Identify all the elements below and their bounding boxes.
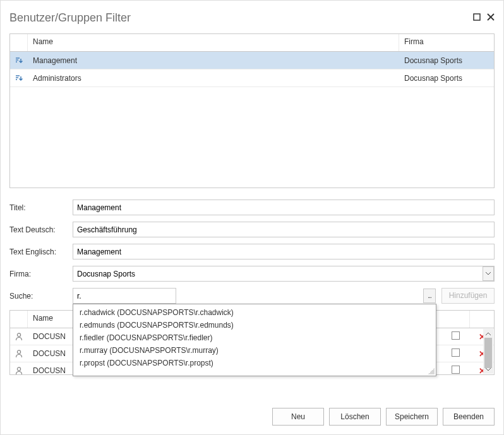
label-text-englisch: Text Englisch:: [9, 247, 73, 256]
input-firma[interactable]: [73, 266, 495, 282]
person-icon: [10, 332, 28, 341]
member-resolve-checkbox[interactable]: [441, 349, 470, 359]
checkbox-icon: [452, 366, 460, 374]
svg-point-9: [17, 333, 20, 337]
dialog-title: Benutzer/Gruppen Filter: [9, 11, 131, 25]
label-titel: Titel:: [9, 203, 73, 212]
add-button[interactable]: Hinzufügen: [441, 288, 495, 304]
scrollbar-thumb[interactable]: [484, 338, 492, 368]
members-scrollbar[interactable]: [483, 329, 493, 374]
column-header-icon[interactable]: [10, 311, 28, 328]
form-area: Titel: Text Deutsch: Text Englisch: Firm…: [9, 200, 495, 375]
speichern-button[interactable]: Speichern: [386, 408, 438, 426]
cell-name: Administrators: [28, 74, 399, 83]
suggestion-item[interactable]: r.propst (DOCUSNAPSPORTS\r.propst): [73, 357, 436, 369]
svg-point-10: [17, 350, 20, 354]
chevron-down-icon: [486, 272, 491, 275]
scroll-up-icon[interactable]: [483, 329, 493, 338]
label-firma: Firma:: [9, 270, 73, 278]
column-header-name[interactable]: Name: [28, 34, 399, 51]
sort-icon: [10, 74, 28, 83]
loeschen-button[interactable]: Löschen: [329, 408, 381, 426]
sort-icon: [10, 56, 28, 65]
filter-grid-header: Name Firma: [10, 34, 494, 52]
svg-rect-0: [474, 14, 480, 20]
footer-buttons: Neu Löschen Speichern Beenden: [272, 408, 495, 426]
suggestion-item[interactable]: r.murray (DOCUSNAPSPORTS\r.murray): [73, 344, 436, 357]
person-icon: [10, 366, 28, 375]
search-browse-button[interactable]: ...: [423, 289, 436, 303]
person-icon: [10, 349, 28, 358]
input-titel[interactable]: [73, 200, 495, 215]
svg-point-11: [17, 367, 20, 371]
close-icon[interactable]: [487, 13, 495, 23]
checkbox-icon: [452, 331, 460, 340]
input-suche[interactable]: [73, 288, 176, 304]
checkbox-icon: [452, 349, 460, 357]
column-header-icon[interactable]: [10, 34, 28, 51]
search-suggestion-dropdown: r.chadwick (DOCUSNAPSPORTS\r.chadwick) r…: [73, 304, 436, 376]
filter-grid-row[interactable]: Administrators Docusnap Sports: [10, 69, 494, 87]
label-text-deutsch: Text Deutsch:: [9, 225, 73, 234]
titlebar: Benutzer/Gruppen Filter: [9, 8, 495, 27]
cell-firma: Docusnap Sports: [399, 56, 494, 65]
scroll-down-icon[interactable]: [483, 365, 493, 374]
cell-firma: Docusnap Sports: [399, 74, 494, 83]
firma-dropdown-button[interactable]: [483, 266, 494, 281]
input-text-deutsch[interactable]: [73, 222, 495, 237]
column-header-firma[interactable]: Firma: [399, 34, 494, 51]
neu-button[interactable]: Neu: [272, 408, 324, 426]
suggestion-item[interactable]: r.fiedler (DOCUSNAPSPORTS\r.fiedler): [73, 331, 436, 344]
dialog-window: Benutzer/Gruppen Filter Name Firma Manag…: [0, 0, 504, 435]
input-text-englisch[interactable]: [73, 244, 495, 259]
column-header-delete[interactable]: [470, 311, 494, 328]
filter-grid-row[interactable]: Management Docusnap Sports: [10, 52, 494, 69]
member-resolve-checkbox[interactable]: [441, 331, 470, 342]
label-suche: Suche:: [9, 292, 73, 301]
member-resolve-checkbox[interactable]: [441, 366, 470, 375]
window-controls: [473, 13, 495, 23]
beenden-button[interactable]: Beenden: [443, 408, 495, 426]
suggestion-item[interactable]: r.edmunds (DOCUSNAPSPORTS\r.edmunds): [73, 319, 436, 331]
cell-name: Management: [28, 56, 399, 65]
filter-grid: Name Firma Management Docusnap Sports Ad…: [9, 33, 495, 188]
suggestion-item[interactable]: r.chadwick (DOCUSNAPSPORTS\r.chadwick): [73, 306, 436, 319]
maximize-icon[interactable]: [473, 13, 481, 23]
